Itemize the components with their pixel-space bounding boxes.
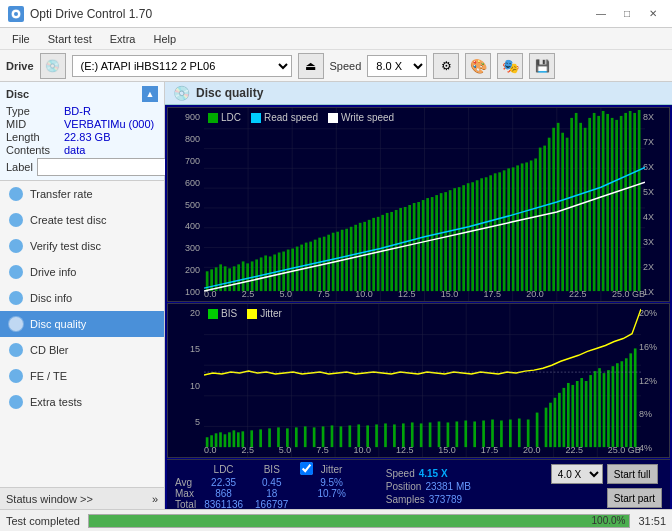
speed-select[interactable]: 8.0 X [367, 55, 427, 77]
x-label-25: 25.0 GB [612, 289, 645, 299]
bottom-chart: BIS Jitter 20 15 10 5 20% [167, 303, 670, 458]
sidebar-item-fe-te[interactable]: FE / TE [0, 363, 164, 389]
save-button[interactable]: 💾 [529, 53, 555, 79]
sidebar-item-cd-bler[interactable]: CD Bler [0, 337, 164, 363]
x-label-22-5: 22.5 [569, 289, 587, 299]
fe-te-icon [8, 368, 24, 384]
speed-stat-label: Speed [386, 468, 415, 479]
svg-rect-172 [549, 403, 552, 447]
quality-speed-select[interactable]: 4.0 X [551, 464, 603, 484]
stats-ldc-header: LDC [204, 462, 255, 477]
svg-rect-94 [543, 146, 546, 291]
content-area: 💿 Disc quality LDC Read speed [165, 82, 672, 509]
svg-rect-82 [489, 175, 492, 291]
svg-rect-93 [539, 148, 542, 292]
svg-rect-176 [567, 383, 570, 447]
status-window-label: Status window >> [6, 493, 93, 505]
bottom-chart-y-axis-right: 20% 16% 12% 8% 4% [639, 304, 667, 457]
sidebar-item-disc-info[interactable]: Disc info [0, 285, 164, 311]
charts-area: LDC Read speed Write speed 900 800 700 [165, 105, 672, 509]
disc-info-toggle[interactable]: ▲ [142, 86, 158, 102]
progress-text: 100.0% [592, 515, 626, 527]
svg-rect-84 [498, 172, 501, 291]
svg-rect-55 [368, 220, 371, 291]
disc-mid-row: MID VERBATIMu (000) [6, 118, 158, 130]
svg-rect-112 [624, 113, 627, 291]
color-button[interactable]: 🎨 [465, 53, 491, 79]
disc-contents-value: data [64, 144, 85, 156]
drive-icon-button[interactable]: 💿 [40, 53, 66, 79]
drive-label: Drive [6, 60, 34, 72]
svg-rect-27 [242, 261, 245, 291]
status-window-link[interactable]: Status window >> » [0, 487, 164, 509]
svg-rect-40 [300, 245, 303, 292]
transfer-rate-icon [8, 186, 24, 202]
svg-rect-168 [518, 419, 521, 448]
svg-rect-20 [210, 269, 213, 291]
menu-extra[interactable]: Extra [102, 31, 144, 47]
y-label-500: 500 [170, 200, 200, 210]
sidebar-item-drive-info[interactable]: Drive info [0, 259, 164, 285]
svg-rect-174 [558, 393, 561, 447]
menu-file[interactable]: File [4, 31, 38, 47]
sidebar-item-transfer-rate[interactable]: Transfer rate [0, 181, 164, 207]
statusbar: Test completed 100.0% 31:51 [0, 509, 672, 531]
drive-toolbar: Drive 💿 (E:) ATAPI iHBS112 2 PL06 ⏏ Spee… [0, 50, 672, 82]
menu-help[interactable]: Help [145, 31, 184, 47]
eject-button[interactable]: ⏏ [298, 53, 324, 79]
sidebar-item-disc-quality[interactable]: Disc quality [0, 311, 164, 337]
stats-bis-total: 166797 [255, 499, 300, 509]
bottom-chart-svg [204, 304, 641, 457]
stats-jitter-header: Jitter [317, 462, 357, 477]
ldc-color-swatch [208, 113, 218, 123]
nav-label-verify-test-disc: Verify test disc [30, 240, 101, 252]
stats-max-label: Max [175, 488, 204, 499]
jitter-checkbox[interactable] [300, 462, 313, 475]
nav-label-extra-tests: Extra tests [30, 396, 82, 408]
svg-rect-60 [390, 212, 393, 291]
svg-rect-170 [536, 413, 539, 448]
svg-rect-56 [372, 218, 375, 291]
svg-rect-79 [476, 180, 479, 291]
x-label-0: 0.0 [204, 289, 217, 299]
settings-button[interactable]: ⚙ [433, 53, 459, 79]
sidebar-item-extra-tests[interactable]: Extra tests [0, 389, 164, 415]
bot-x-label-10: 10.0 [354, 445, 372, 455]
x-label-2-5: 2.5 [242, 289, 255, 299]
stats-bis-avg: 0.45 [255, 477, 300, 488]
legend-write-speed: Write speed [328, 112, 394, 123]
svg-rect-30 [255, 259, 258, 291]
svg-rect-109 [611, 118, 614, 291]
svg-rect-154 [393, 424, 396, 447]
palette-button[interactable]: 🎭 [497, 53, 523, 79]
position-stat-value: 23381 MB [425, 481, 471, 492]
svg-rect-58 [381, 215, 384, 291]
disc-contents-label: Contents [6, 144, 64, 156]
sidebar-item-verify-test-disc[interactable]: Verify test disc [0, 233, 164, 259]
start-part-button[interactable]: Start part [607, 488, 662, 508]
disc-label-row: Label ⚙ [6, 158, 158, 176]
svg-rect-113 [629, 111, 632, 291]
disc-quality-icon [8, 316, 24, 332]
svg-rect-188 [620, 361, 623, 447]
extra-tests-icon [8, 394, 24, 410]
minimize-button[interactable]: — [590, 6, 612, 22]
bot-x-label-0: 0.0 [204, 445, 217, 455]
y-right-1x: 1X [643, 287, 661, 297]
disc-panel-title: Disc [6, 88, 29, 100]
svg-rect-106 [597, 116, 600, 291]
menu-start-test[interactable]: Start test [40, 31, 100, 47]
close-button[interactable]: ✕ [642, 6, 664, 22]
start-full-button[interactable]: Start full [607, 464, 658, 484]
disc-label-input[interactable] [37, 158, 170, 176]
svg-rect-114 [633, 113, 636, 291]
drive-select[interactable]: (E:) ATAPI iHBS112 2 PL06 [72, 55, 292, 77]
svg-rect-101 [575, 113, 578, 291]
svg-rect-88 [516, 165, 519, 291]
svg-rect-184 [603, 373, 606, 447]
sidebar-item-create-test-disc[interactable]: Create test disc [0, 207, 164, 233]
stats-total-label: Total [175, 499, 204, 509]
y-right-5x: 5X [643, 187, 661, 197]
svg-rect-69 [431, 197, 434, 291]
maximize-button[interactable]: □ [616, 6, 638, 22]
